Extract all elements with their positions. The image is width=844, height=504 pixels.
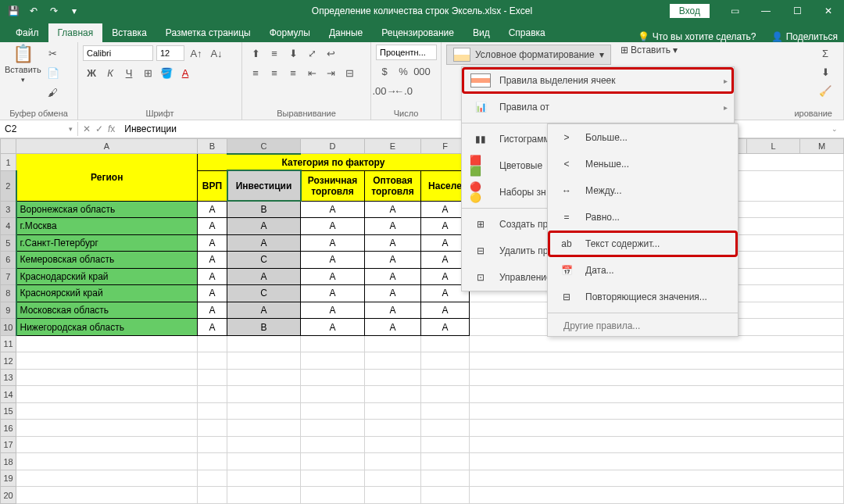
tab-layout[interactable]: Разметка страницы — [156, 23, 260, 42]
cell[interactable]: Регион — [16, 154, 198, 201]
cell[interactable]: A — [198, 201, 227, 218]
cell[interactable]: A — [198, 252, 227, 269]
row-header[interactable]: 11 — [1, 335, 16, 352]
ribbon-options-icon[interactable]: ▭ — [719, 0, 750, 22]
cell[interactable]: B — [227, 201, 301, 218]
merge-icon[interactable]: ⊟ — [341, 64, 358, 81]
underline-icon[interactable]: Ч — [120, 64, 138, 81]
cell[interactable]: Краснодарский край — [16, 268, 198, 285]
cell-active[interactable]: Инвестиции — [227, 170, 301, 201]
decrease-font-icon[interactable]: A↓ — [208, 45, 225, 62]
cell[interactable]: B — [227, 319, 301, 336]
cell[interactable]: A — [365, 234, 421, 252]
row-header[interactable]: 1 — [1, 154, 16, 171]
cell[interactable]: Кемеровская область — [16, 252, 198, 269]
cell[interactable]: A — [421, 302, 470, 319]
clear-icon[interactable]: 🧹 — [817, 82, 834, 99]
cell[interactable]: A — [365, 302, 421, 319]
redo-icon[interactable]: ↷ — [47, 4, 61, 18]
increase-font-icon[interactable]: A↑ — [188, 45, 205, 62]
row-header[interactable]: 7 — [1, 268, 16, 285]
cell[interactable]: A — [365, 319, 421, 336]
close-icon[interactable]: ✕ — [813, 0, 844, 22]
select-all-corner[interactable] — [1, 139, 16, 154]
row-header[interactable]: 6 — [1, 252, 16, 269]
cell[interactable]: Воронежская область — [16, 201, 198, 218]
enter-formula-icon[interactable]: ✓ — [95, 123, 103, 134]
row-header[interactable]: 15 — [1, 402, 16, 420]
copy-icon[interactable]: 📄 — [45, 64, 62, 81]
cell[interactable]: A — [198, 285, 227, 302]
cell[interactable]: A — [301, 201, 365, 218]
cell[interactable]: г.Москва — [16, 218, 198, 235]
save-icon[interactable]: 💾 — [6, 4, 20, 18]
tab-home[interactable]: Главная — [48, 23, 103, 42]
percent-icon[interactable]: % — [395, 63, 412, 80]
row-header[interactable]: 5 — [1, 234, 16, 252]
cell[interactable]: A — [365, 285, 421, 302]
fx-icon[interactable]: fx — [108, 123, 115, 134]
align-right-icon[interactable]: ≡ — [284, 64, 302, 81]
orientation-icon[interactable]: ⤢ — [303, 45, 320, 62]
col-header[interactable]: E — [365, 139, 421, 154]
cell[interactable]: A — [301, 234, 365, 252]
col-header[interactable]: B — [198, 139, 227, 154]
insert-cells-button[interactable]: ⊞ Вставить ▾ — [620, 45, 678, 55]
decrease-indent-icon[interactable]: ⇤ — [303, 64, 320, 81]
tab-file[interactable]: Файл — [6, 23, 48, 42]
row-header[interactable]: 16 — [1, 420, 16, 437]
decrease-decimal-icon[interactable]: ←.0 — [395, 82, 412, 99]
cell[interactable]: A — [227, 268, 301, 285]
tab-view[interactable]: Вид — [463, 23, 499, 42]
cell[interactable]: Категория по фактору — [198, 154, 470, 171]
autosum-icon[interactable]: Σ — [817, 45, 834, 62]
paste-button[interactable]: 📋 Вставить ▾ — [5, 45, 41, 84]
cell[interactable]: Оптовая торговля — [365, 170, 421, 201]
tab-data[interactable]: Данные — [320, 23, 372, 42]
cell[interactable]: Розничная торговля — [301, 170, 365, 201]
align-center-icon[interactable]: ≡ — [266, 64, 283, 81]
conditional-formatting-button[interactable]: Условное форматирование ▾ — [446, 45, 611, 65]
cell[interactable]: A — [301, 319, 365, 336]
menu-more-rules[interactable]: Другие правила... — [548, 316, 738, 336]
bold-icon[interactable]: Ж — [83, 64, 100, 81]
col-header[interactable]: L — [747, 139, 800, 154]
menu-between[interactable]: ↔Между... — [548, 177, 738, 204]
maximize-icon[interactable]: ☐ — [781, 0, 813, 22]
comma-icon[interactable]: 000 — [413, 63, 431, 80]
menu-less-than[interactable]: <Меньше... — [548, 151, 738, 177]
cell[interactable]: A — [227, 234, 301, 252]
col-header[interactable]: M — [800, 139, 844, 154]
row-header[interactable]: 9 — [1, 302, 16, 319]
row-header[interactable]: 8 — [1, 285, 16, 302]
row-header[interactable]: 13 — [1, 369, 16, 386]
font-size-select[interactable] — [156, 45, 184, 61]
align-bottom-icon[interactable]: ⬇ — [284, 45, 302, 62]
menu-duplicate-values[interactable]: ⊟Повторяющиеся значения... — [548, 284, 738, 310]
menu-equal-to[interactable]: =Равно... — [548, 204, 738, 231]
cell[interactable]: A — [227, 302, 301, 319]
row-header[interactable]: 2 — [1, 170, 16, 201]
cell[interactable]: ВРП — [198, 170, 227, 201]
wrap-text-icon[interactable]: ↩ — [322, 45, 339, 62]
format-painter-icon[interactable]: 🖌 — [45, 84, 62, 101]
fill-color-icon[interactable]: 🪣 — [158, 64, 175, 81]
menu-greater-than[interactable]: >Больше... — [548, 124, 738, 151]
cell[interactable]: A — [198, 234, 227, 252]
share-button[interactable]: 👤 Поделиться — [771, 31, 838, 42]
cell[interactable]: A — [198, 302, 227, 319]
row-header[interactable]: 18 — [1, 453, 16, 470]
cell[interactable]: A — [198, 319, 227, 336]
number-format-select[interactable] — [376, 45, 437, 60]
cut-icon[interactable]: ✂ — [45, 45, 62, 62]
cell[interactable]: A — [301, 285, 365, 302]
cell[interactable]: Московская область — [16, 302, 198, 319]
col-header[interactable]: D — [301, 139, 365, 154]
row-header[interactable]: 12 — [1, 352, 16, 370]
qat-customize-icon[interactable]: ▾ — [67, 4, 81, 18]
cell[interactable]: A — [365, 252, 421, 269]
cell[interactable]: A — [301, 218, 365, 235]
align-left-icon[interactable]: ≡ — [247, 64, 264, 81]
border-icon[interactable]: ⊞ — [139, 64, 156, 81]
align-middle-icon[interactable]: ≡ — [266, 45, 283, 62]
